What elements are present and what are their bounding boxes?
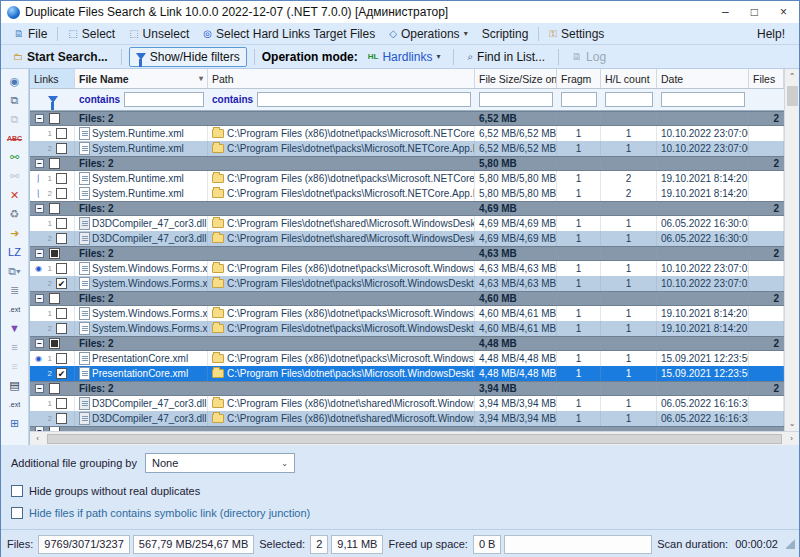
collapse-icon[interactable]: − [35,384,44,393]
group-header-row[interactable]: −Files: 26,52 MB2 [30,111,784,126]
filter-selected-icon[interactable]: ▼ [4,319,26,338]
menu-scripting[interactable]: Scripting [475,25,536,43]
name-filter-input[interactable] [124,92,204,107]
file-checkbox[interactable] [56,413,67,424]
collapse-icon[interactable]: − [35,204,44,213]
group-header-row[interactable]: −Files: 24,48 MB2 [30,336,784,351]
group-header-row[interactable]: −Files: 25,80 MB2 [30,156,784,171]
file-row[interactable]: 1D3DCompiler_47_cor3.dllC:\Program Files… [30,396,784,411]
grouping-select[interactable]: None ⌄ [145,453,295,473]
file-row[interactable]: 2D3DCompiler_47_cor3.dllC:\Program Files… [30,411,784,426]
reset-name-filter-icon[interactable]: ABC [4,129,26,148]
collapse-icon[interactable]: − [35,249,44,258]
change-ext-icon[interactable]: .ext [4,300,26,319]
copy-list-icon[interactable]: ⧉▾ [4,262,26,281]
menu-help[interactable]: Help! [749,25,793,43]
ext-list-icon[interactable]: .ext [4,395,26,414]
group-checkbox[interactable] [49,203,60,214]
file-checkbox[interactable] [56,233,67,244]
file-row[interactable]: 2System.Windows.Forms.xmlC:\Program File… [30,321,784,336]
file-row[interactable]: 2✔System.Windows.Forms.xmlC:\Program Fil… [30,276,784,291]
column-header-date[interactable]: Date [657,69,749,88]
recycle-bin-icon[interactable]: ♻ [4,205,26,224]
group-header-row[interactable]: −Files: 24,63 MB2 [30,246,784,261]
column-header-file-name[interactable]: File Name▾ [75,69,208,88]
vertical-scrollbar[interactable]: ⌃ ⌄ [784,69,799,431]
export-list-icon[interactable]: ≣ [4,281,26,300]
file-checkbox[interactable] [56,143,67,154]
column-header-h-l-count[interactable]: H/L count [601,69,657,88]
file-checkbox[interactable] [56,173,67,184]
menu-select[interactable]: ⬚ Select [61,25,122,43]
maximize-button[interactable]: □ [751,2,758,22]
hl-filter-input[interactable] [605,92,653,107]
dark-list-icon[interactable]: ▤ [4,376,26,395]
operation-mode-dropdown[interactable]: HL Hardlinks ▾ [362,48,447,66]
list-report-icon[interactable]: ≡ [4,338,26,357]
fragm-filter-input[interactable] [561,92,597,107]
file-row[interactable]: ◉1PresentationCore.xmlC:\Program Files (… [30,351,784,366]
hide-groups-checkbox[interactable] [11,485,23,497]
menu-file[interactable]: 🗎 File [7,25,54,43]
resize-grip[interactable] [785,539,795,549]
file-checkbox[interactable] [56,308,67,319]
file-row[interactable]: 2✔PresentationCore.xmlC:\Program Files\d… [30,366,784,381]
hide-symlinks-checkbox[interactable] [11,507,23,519]
column-header-path[interactable]: Path [208,69,475,88]
file-row[interactable]: ⎱2System.Runtime.xmlC:\Program Files\dot… [30,186,784,201]
file-row[interactable]: 1D3DCompiler_47_cor3.dllC:\Program Files… [30,216,784,231]
log-button[interactable]: 🗎 Log [566,48,612,66]
delete-files-icon[interactable]: ✕ [4,186,26,205]
scroll-down-icon[interactable]: ⌄ [785,416,799,431]
group-header-row[interactable]: −Files: 23,94 MB2 [30,381,784,396]
start-search-button[interactable]: 🗀 Start Search... [7,48,114,66]
group-checkbox[interactable] [49,293,60,304]
horizontal-scrollbar[interactable]: ‹ › [30,431,799,445]
scroll-left-icon[interactable]: ‹ [30,431,45,445]
column-header-fragm[interactable]: Fragm [557,69,601,88]
collapse-icon[interactable]: − [35,339,44,348]
file-checkbox[interactable]: ✔ [56,368,67,379]
group-checkbox[interactable] [49,383,60,394]
date-filter-input[interactable] [661,92,745,107]
scroll-right-icon[interactable]: › [784,431,799,445]
show-hide-filters-button[interactable]: Show/Hide filters [129,47,247,67]
file-row[interactable]: 1System.Windows.Forms.xmlC:\Program File… [30,306,784,321]
column-header-files[interactable]: Files [749,69,784,88]
close-button[interactable]: × [780,2,787,22]
menu-operations[interactable]: ◇ Operations ▾ [382,25,474,43]
menu-select-hardlink-targets[interactable]: ◎ Select Hard Links Target Files [196,25,382,43]
group-checkbox[interactable] [49,248,60,259]
path-filter-op[interactable]: contains [212,94,253,105]
file-row[interactable]: 2D3DCompiler_47_cor3.dllC:\Program Files… [30,231,784,246]
column-header-links[interactable]: Links [30,69,75,88]
file-row[interactable]: 1System.Runtime.xmlC:\Program Files (x86… [30,126,784,141]
menu-unselect[interactable]: ⬚ Unselect [122,25,196,43]
file-row[interactable]: 2System.Runtime.xmlC:\Program Files\dotn… [30,141,784,156]
group-checkbox[interactable] [49,113,60,124]
size-filter-input[interactable] [479,92,553,107]
list-report-disabled-icon[interactable]: ≡ [4,357,26,376]
file-checkbox[interactable] [56,398,67,409]
group-header-row[interactable]: −Files: 24,60 MB2 [30,291,784,306]
find-in-list-button[interactable]: ⌕ Find in List... [461,48,551,66]
collapse-icon[interactable]: − [35,114,44,123]
sort-arrow-icon[interactable]: ▾ [199,74,203,83]
copy-files-disabled-icon[interactable]: ⧉ [4,110,26,129]
file-checkbox[interactable] [56,263,67,274]
create-hardlinks-disabled-icon[interactable]: ⚯ [4,167,26,186]
file-row[interactable]: ◉1System.Windows.Forms.xmlC:\Program Fil… [30,261,784,276]
file-checkbox[interactable] [56,128,67,139]
collapse-icon[interactable]: − [35,159,44,168]
group-checkbox[interactable] [49,338,60,349]
group-header-row[interactable]: −Files: 24,69 MB2 [30,201,784,216]
file-checkbox[interactable] [56,323,67,334]
file-row[interactable]: ⎰1System.Runtime.xmlC:\Program Files (x8… [30,171,784,186]
lz-compress-icon[interactable]: LZ [4,243,26,262]
minimize-button[interactable]: – [722,2,729,22]
file-checkbox[interactable] [56,353,67,364]
grid-view-icon[interactable]: ⊞ [4,414,26,433]
path-filter-input[interactable] [257,92,471,107]
create-hardlinks-icon[interactable]: ⚯ [4,148,26,167]
file-checkbox[interactable] [56,218,67,229]
